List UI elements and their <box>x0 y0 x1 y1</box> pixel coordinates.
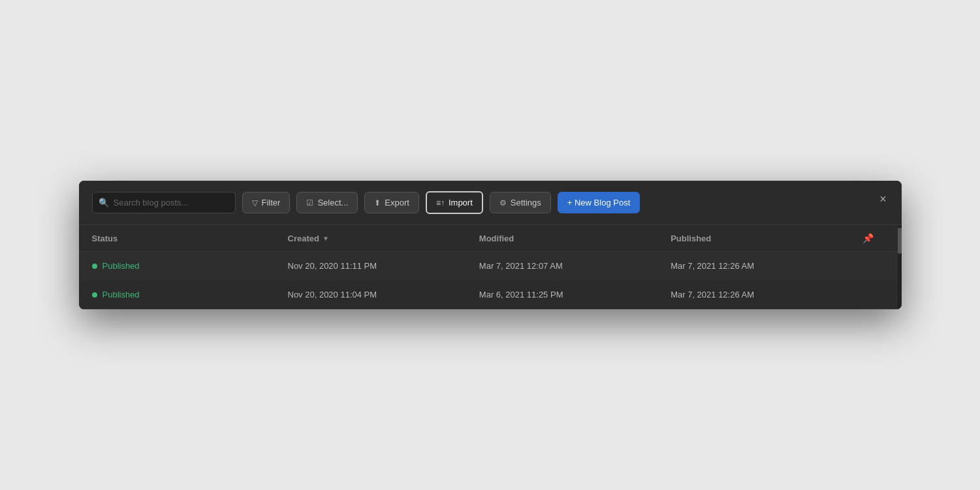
select-label: Select... <box>317 198 348 207</box>
col-header-status: Status <box>92 233 288 243</box>
col-header-published: Published <box>671 233 862 243</box>
status-dot <box>92 292 97 298</box>
filter-button[interactable]: ▽ Filter <box>242 192 291 213</box>
scrollbar-thumb[interactable] <box>898 228 902 254</box>
published-cell: Mar 7, 2021 12:26 AM <box>671 290 862 299</box>
table-area: Status Created ▼ Modified Published 📌 Pu… <box>79 225 902 309</box>
close-icon: × <box>879 192 887 206</box>
status-cell: Published <box>92 261 288 271</box>
export-icon: ⬆ <box>374 198 381 207</box>
import-label: Import <box>449 198 473 207</box>
settings-icon: ⚙ <box>499 198 507 207</box>
created-cell: Nov 20, 2020 11:11 PM <box>288 261 479 271</box>
modal-container: 🔍 ▽ Filter ☑ Select... ⬆ Export ≡↑ Impor… <box>79 181 902 309</box>
select-icon: ☑ <box>306 198 313 207</box>
new-blog-post-button[interactable]: + New Blog Post <box>558 192 640 213</box>
toolbar: 🔍 ▽ Filter ☑ Select... ⬆ Export ≡↑ Impor… <box>79 181 902 225</box>
search-input[interactable] <box>92 192 236 213</box>
col-header-modified: Modified <box>479 233 671 243</box>
table-header: Status Created ▼ Modified Published 📌 <box>79 225 902 252</box>
table-row[interactable]: Published Nov 20, 2020 11:11 PM Mar 7, 2… <box>79 252 902 281</box>
published-cell: Mar 7, 2021 12:26 AM <box>671 261 862 271</box>
status-dot <box>92 264 97 269</box>
search-icon: 🔍 <box>99 198 109 207</box>
select-button[interactable]: ☑ Select... <box>296 192 358 213</box>
pin-icon: 📌 <box>862 233 874 243</box>
col-header-pin: 📌 <box>862 233 889 243</box>
settings-label: Settings <box>511 198 541 207</box>
export-button[interactable]: ⬆ Export <box>364 192 419 213</box>
status-cell: Published <box>92 290 288 299</box>
filter-label: Filter <box>262 198 281 207</box>
status-label: Published <box>103 290 140 299</box>
scrollbar-track[interactable] <box>898 225 902 309</box>
new-post-label: + New Blog Post <box>567 198 630 207</box>
created-cell: Nov 20, 2020 11:04 PM <box>288 290 479 299</box>
search-wrapper: 🔍 <box>92 192 236 213</box>
modified-cell: Mar 6, 2021 11:25 PM <box>479 290 671 299</box>
import-button[interactable]: ≡↑ Import <box>426 191 483 214</box>
settings-button[interactable]: ⚙ Settings <box>490 192 551 213</box>
modified-cell: Mar 7, 2021 12:07 AM <box>479 261 671 271</box>
export-label: Export <box>385 198 409 207</box>
col-header-created[interactable]: Created ▼ <box>288 233 479 243</box>
status-label: Published <box>103 261 140 271</box>
table-row[interactable]: Published Nov 20, 2020 11:04 PM Mar 6, 2… <box>79 281 902 309</box>
close-button[interactable]: × <box>874 190 893 208</box>
sort-icon: ▼ <box>323 235 329 242</box>
filter-icon: ▽ <box>252 198 258 207</box>
import-icon: ≡↑ <box>436 198 445 207</box>
